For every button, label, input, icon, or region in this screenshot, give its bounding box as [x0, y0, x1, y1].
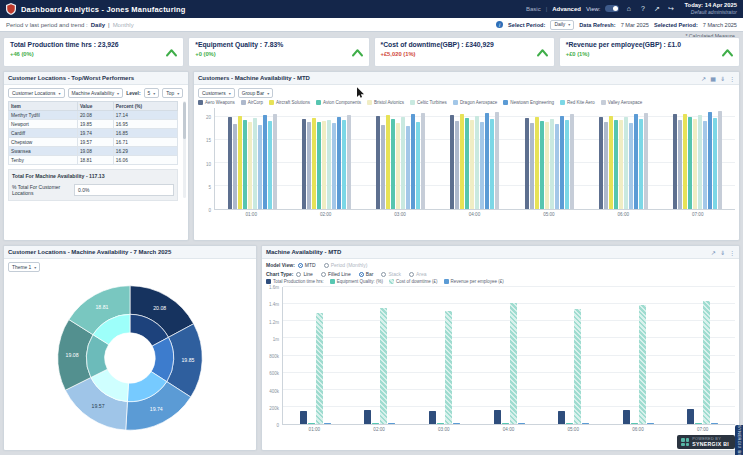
bar[interactable] [510, 303, 517, 424]
bar[interactable] [386, 115, 390, 209]
bar[interactable] [494, 410, 501, 424]
bar[interactable] [324, 423, 331, 424]
bar[interactable] [273, 114, 277, 210]
bar[interactable] [455, 121, 459, 209]
column-header[interactable]: Item [9, 102, 78, 111]
kpi-card[interactable]: *Cost of downtime(GBP) : £340,929+£5,020… [374, 37, 555, 67]
bar[interactable] [485, 113, 489, 209]
theme-dropdown[interactable]: Theme 1 ▾ [8, 262, 40, 272]
legend-item[interactable]: Celtic Turbines [410, 100, 447, 105]
bar[interactable] [364, 410, 371, 424]
bar[interactable] [673, 114, 677, 209]
bar[interactable] [718, 111, 722, 209]
panel-layers-icon[interactable]: ▦ [710, 75, 716, 82]
bar[interactable] [565, 120, 569, 209]
bar[interactable] [558, 411, 565, 425]
bar[interactable] [372, 423, 379, 424]
bar[interactable] [248, 122, 252, 209]
bar[interactable] [228, 117, 232, 209]
legend-item[interactable]: Dragon Aerospace [453, 100, 497, 105]
bar[interactable] [380, 308, 387, 424]
bar[interactable] [525, 118, 529, 209]
bar[interactable] [678, 120, 682, 209]
bar[interactable] [445, 311, 452, 424]
bar[interactable] [396, 123, 400, 209]
legend-item[interactable]: Cost of downtime (£) [389, 279, 438, 284]
bar[interactable] [634, 114, 638, 209]
bar[interactable] [300, 411, 307, 424]
bar[interactable] [450, 115, 454, 209]
bar[interactable] [460, 114, 464, 209]
bar[interactable] [609, 116, 613, 209]
table-row[interactable]: Cardiff19.7416.85 [9, 129, 178, 138]
bar[interactable] [614, 120, 618, 210]
bar[interactable] [644, 113, 648, 209]
bar[interactable] [599, 117, 603, 209]
bar[interactable] [401, 117, 405, 209]
bar[interactable] [570, 114, 574, 209]
panel-menu-icon[interactable]: ⋮ [729, 249, 735, 256]
bar[interactable] [502, 423, 509, 424]
bar[interactable] [631, 423, 638, 424]
bar[interactable] [465, 118, 469, 209]
table-row[interactable]: Chepstow19.5716.71 [9, 138, 178, 147]
radio-bar[interactable]: Bar [359, 271, 374, 277]
table-row[interactable]: Merthyr Tydfil20.0817.14 [9, 111, 178, 120]
bar[interactable] [317, 122, 321, 209]
panel-download-icon[interactable]: ⇓ [720, 75, 725, 82]
bar[interactable] [342, 120, 346, 210]
bar[interactable] [490, 119, 494, 209]
bar[interactable] [711, 423, 718, 424]
bar[interactable] [582, 423, 589, 424]
bar[interactable] [703, 301, 710, 424]
scrollbar[interactable] [183, 101, 186, 198]
bar[interactable] [470, 120, 474, 209]
bar[interactable] [550, 119, 554, 209]
top-dropdown[interactable]: Top ▾ [162, 88, 183, 98]
column-header[interactable]: Value [77, 102, 113, 111]
chart-style-dropdown[interactable]: Group Bar ▾ [238, 88, 274, 98]
legend-item[interactable]: Newtown Engineering [503, 100, 554, 105]
bar[interactable] [243, 120, 247, 209]
bar[interactable] [391, 119, 395, 209]
bar[interactable] [475, 116, 479, 209]
legend-item[interactable]: Revenue per employee (£) [444, 279, 504, 284]
info-icon[interactable]: i [496, 21, 503, 28]
legend-item[interactable]: Red Kite Aero [560, 100, 595, 105]
bar[interactable] [258, 125, 262, 209]
legend-item[interactable]: Bristol Avionics [367, 100, 404, 105]
view-basic-link[interactable]: Basic [526, 6, 541, 12]
kpi-card[interactable]: *Revenue per employee(GBP) : £1.0+£0 (1%… [559, 37, 740, 67]
bar[interactable] [253, 118, 257, 209]
legend-item[interactable]: Aircraft Solutions [269, 100, 310, 105]
bar[interactable] [308, 423, 315, 424]
bar[interactable] [629, 123, 633, 209]
legend-item[interactable]: Aero Weapons [198, 100, 235, 105]
table-row[interactable]: Newport19.8516.95 [9, 120, 178, 129]
panel-menu-icon[interactable]: ⋮ [729, 75, 735, 82]
bar[interactable] [421, 113, 425, 209]
bar[interactable] [683, 114, 687, 210]
bar[interactable] [574, 309, 581, 424]
bar[interactable] [624, 117, 628, 209]
bar[interactable] [647, 423, 654, 424]
bar[interactable] [263, 115, 267, 209]
pct-total-value[interactable]: 0.0% [74, 184, 174, 196]
bar[interactable] [703, 121, 707, 209]
bar[interactable] [604, 122, 608, 209]
bar[interactable] [530, 123, 534, 209]
period-monthly-link[interactable]: Monthly [113, 22, 134, 28]
bar[interactable] [437, 423, 444, 424]
table-row[interactable]: Swansea19.0816.29 [9, 147, 178, 156]
bar[interactable] [316, 313, 323, 424]
scrollbar-thumb[interactable] [183, 102, 186, 139]
bar[interactable] [695, 423, 702, 424]
bar[interactable] [698, 115, 702, 209]
bar[interactable] [376, 116, 380, 209]
help-icon[interactable]: ? [638, 5, 647, 12]
legend-item[interactable]: Avion Components [316, 100, 361, 105]
legend-item[interactable]: Equipment Quality: (%) [330, 279, 383, 284]
bar[interactable] [687, 409, 694, 424]
table-row[interactable]: Tenby18.8116.06 [9, 156, 178, 165]
bar[interactable] [518, 423, 525, 424]
